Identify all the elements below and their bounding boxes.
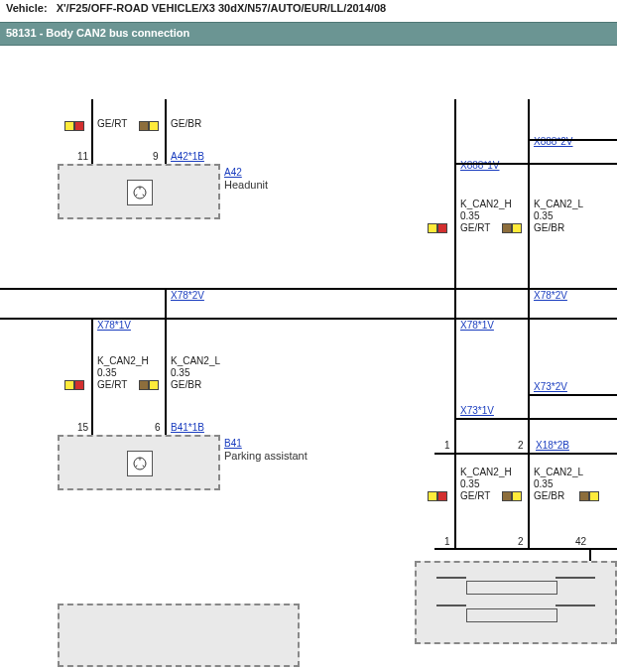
signal-name: K_CAN2_H <box>97 355 149 367</box>
wire-color-flag-ge-rt <box>428 223 447 233</box>
splice-ref[interactable]: X78*1V <box>97 320 131 331</box>
wire-color: GE/BR <box>534 222 564 234</box>
splice-ref[interactable]: X73*2V <box>534 381 567 392</box>
wire <box>454 418 617 420</box>
wire-color-flag-ge-br <box>139 380 159 390</box>
component-block[interactable] <box>415 561 617 644</box>
wire-color-flag-ge-br <box>579 491 599 501</box>
signal-gauge: 0.35 <box>534 210 553 222</box>
component-a42[interactable] <box>58 164 220 219</box>
wire-color: GE/BR <box>171 118 201 130</box>
pin-number: 11 <box>77 151 88 162</box>
wire <box>91 318 93 435</box>
splice-ref[interactable]: X888*2V <box>534 136 572 147</box>
wire-color: GE/RT <box>460 222 490 234</box>
pin-number: 9 <box>153 151 159 162</box>
signal-name: K_CAN2_H <box>460 467 512 478</box>
connector-ref[interactable]: B41*1B <box>171 422 204 433</box>
wire <box>454 163 617 165</box>
connector-ref[interactable]: X18*2B <box>536 440 569 451</box>
signal-name: K_CAN2_H <box>460 199 512 210</box>
vehicle-label: Vehicle: <box>6 2 48 14</box>
signal-gauge: 0.35 <box>460 210 479 222</box>
diagram-title: 58131 - Body CAN2 bus connection <box>0 22 617 46</box>
component-b41[interactable] <box>58 435 220 490</box>
vehicle-string: X'/F25/OFF-ROAD VEHICLE/X3 30dX/N57/AUTO… <box>57 2 387 14</box>
connector-bar <box>434 453 617 455</box>
component-icon <box>127 451 153 476</box>
component-icon <box>127 180 153 205</box>
splice-ref[interactable]: X78*2V <box>534 290 567 301</box>
wire <box>91 99 93 164</box>
wire <box>454 99 456 548</box>
wire <box>528 99 530 548</box>
wire-color: GE/RT <box>460 490 490 502</box>
wire-color-flag-ge-rt <box>64 380 84 390</box>
pin-number: 6 <box>155 422 161 433</box>
connector-bar <box>434 548 617 550</box>
wire-color: GE/BR <box>171 379 201 391</box>
signal-name: K_CAN2_L <box>534 467 583 478</box>
signal-gauge: 0.35 <box>171 367 189 379</box>
wire-color-flag-ge-br <box>139 121 159 131</box>
component-ref[interactable]: A42 <box>224 167 242 178</box>
pin-number: 1 <box>444 536 450 547</box>
wire-color-flag-ge-br <box>502 223 522 233</box>
can-h-bus-line <box>0 288 617 290</box>
pin-number: 15 <box>77 422 88 433</box>
component-desc: Headunit <box>224 179 268 191</box>
wire <box>555 605 595 606</box>
wire <box>436 605 466 606</box>
splice-ref[interactable]: X78*2V <box>171 290 204 301</box>
pin-number: 42 <box>575 536 586 547</box>
component-desc: Parking assistant <box>224 450 308 462</box>
wire <box>165 288 167 435</box>
wire <box>436 577 466 579</box>
splice-ref[interactable]: X888*1V <box>460 160 499 171</box>
wire-color: GE/RT <box>97 118 127 130</box>
signal-gauge: 0.35 <box>460 478 479 490</box>
wire-color: GE/BR <box>534 490 564 502</box>
splice-ref[interactable]: X73*1V <box>460 405 494 416</box>
resistor-icon <box>466 608 557 622</box>
pin-number: 1 <box>444 440 450 451</box>
signal-gauge: 0.35 <box>534 478 553 490</box>
wire <box>528 394 617 396</box>
vehicle-bar: Vehicle: X'/F25/OFF-ROAD VEHICLE/X3 30dX… <box>0 0 617 18</box>
component-ref[interactable]: B41 <box>224 438 242 449</box>
pin-number: 2 <box>518 440 524 451</box>
connector-ref[interactable]: A42*1B <box>171 151 204 162</box>
wire <box>165 99 167 164</box>
wire-color-flag-ge-rt <box>428 491 447 501</box>
signal-gauge: 0.35 <box>97 367 116 379</box>
component-block[interactable] <box>58 604 300 667</box>
wire <box>555 577 595 579</box>
wire-color-flag-ge-br <box>502 491 522 501</box>
signal-name: K_CAN2_L <box>171 355 220 367</box>
signal-name: K_CAN2_L <box>534 199 583 210</box>
wire-color-flag-ge-rt <box>64 121 84 131</box>
resistor-icon <box>466 581 557 595</box>
wire-color: GE/RT <box>97 379 127 391</box>
pin-number: 2 <box>518 536 524 547</box>
splice-ref[interactable]: X78*1V <box>460 320 494 331</box>
wire <box>528 139 617 141</box>
